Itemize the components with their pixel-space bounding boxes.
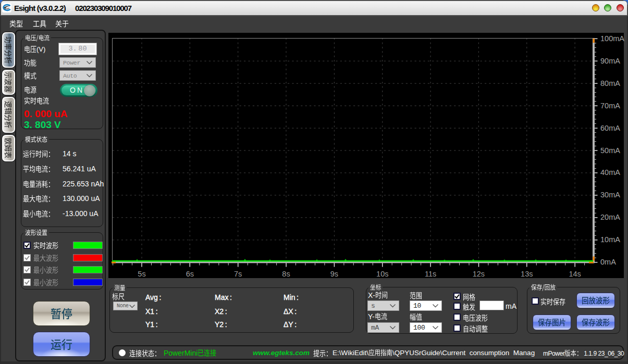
svg-text:13s: 13s <box>521 270 533 278</box>
svg-text:10s: 10s <box>376 270 388 278</box>
svg-text:100mA: 100mA <box>600 34 624 43</box>
svg-text:40mA: 40mA <box>600 168 620 177</box>
svg-text:20mA: 20mA <box>600 213 620 221</box>
svg-text:0mA: 0mA <box>600 258 616 266</box>
svg-text:80mA: 80mA <box>600 79 620 87</box>
svg-text:90mA: 90mA <box>600 57 620 65</box>
svg-text:10mA: 10mA <box>600 235 620 244</box>
svg-text:6s: 6s <box>186 270 194 278</box>
svg-text:14s: 14s <box>569 270 581 278</box>
svg-text:EGT: EGT <box>5 7 9 10</box>
svg-text:9s: 9s <box>330 270 338 278</box>
svg-text:12s: 12s <box>473 270 485 278</box>
svg-text:5s: 5s <box>138 270 145 278</box>
svg-text:7s: 7s <box>234 270 242 278</box>
svg-text:11s: 11s <box>425 270 436 278</box>
svg-text:60mA: 60mA <box>600 124 620 132</box>
svg-text:30mA: 30mA <box>600 191 620 199</box>
svg-text:8s: 8s <box>282 270 290 278</box>
svg-text:50mA: 50mA <box>600 146 620 155</box>
svg-text:70mA: 70mA <box>600 102 620 110</box>
